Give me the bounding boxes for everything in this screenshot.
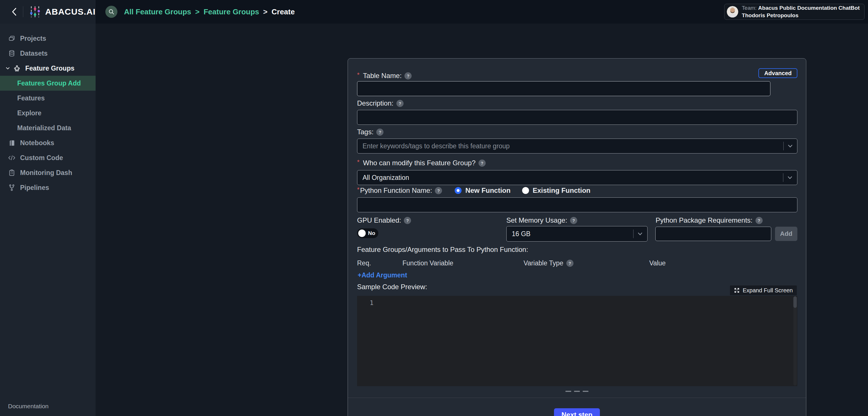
sidebar-item-label: Notebooks — [20, 139, 54, 147]
documentation-link[interactable]: Documentation — [8, 403, 49, 410]
search-icon — [108, 9, 115, 15]
team-name: Abacus Public Documentation ChatBot — [758, 5, 860, 11]
editor-resize-handle[interactable] — [348, 391, 806, 392]
feature-groups-icon — [13, 65, 21, 72]
breadcrumb-all-feature-groups[interactable]: All Feature Groups — [124, 7, 191, 17]
add-argument-link[interactable]: +Add Argument — [358, 271, 407, 279]
breadcrumb-feature-groups[interactable]: Feature Groups — [204, 7, 259, 17]
back-chevron-icon — [11, 7, 18, 17]
sidebar-item-label: Features — [17, 94, 45, 102]
radio-selected-icon — [455, 187, 462, 194]
radio-existing-function[interactable]: Existing Function — [522, 187, 590, 194]
sidebar-item-features-group-add[interactable]: Features Group Add — [0, 76, 96, 91]
gpu-toggle[interactable]: No — [357, 228, 378, 238]
tags-dropdown-suffix — [783, 138, 797, 154]
user-avatar — [727, 6, 738, 18]
sidebar-item-projects[interactable]: Projects — [0, 31, 96, 46]
sidebar-item-label: Projects — [20, 35, 46, 42]
tags-input[interactable] — [357, 138, 797, 154]
description-input[interactable] — [357, 110, 797, 125]
help-icon[interactable]: ? — [478, 160, 486, 167]
chevron-down-icon[interactable] — [5, 65, 11, 71]
package-requirements-input[interactable] — [655, 227, 771, 241]
datasets-icon — [8, 50, 16, 57]
projects-icon — [8, 35, 16, 42]
create-feature-group-form: Advanced * Table Name: ? Description: ? … — [348, 58, 806, 416]
help-icon[interactable]: ? — [755, 217, 763, 224]
chevron-down-icon — [787, 174, 793, 181]
abacus-logo-icon — [28, 5, 42, 19]
team-label: Team: — [742, 5, 756, 11]
top-bar: ABACUS.AI All Feature Groups > Feature G… — [0, 0, 868, 24]
advanced-button[interactable]: Advanced — [758, 68, 797, 78]
modify-label: * Who can modify this Feature Group? ? — [357, 158, 486, 167]
sidebar-nav: Projects Datasets Feature Groups Feature… — [0, 24, 96, 195]
abacus-feature-group-create-page: ABACUS.AI All Feature Groups > Feature G… — [0, 0, 868, 416]
radio-new-function[interactable]: New Function — [455, 187, 510, 194]
monitoring-icon — [8, 169, 16, 177]
back-button[interactable] — [10, 7, 19, 17]
sidebar-item-explore[interactable]: Explore — [0, 105, 96, 121]
expand-icon — [734, 287, 740, 293]
logo-text: ABACUS.AI — [45, 7, 96, 17]
required-asterisk: * — [357, 186, 360, 193]
team-selector[interactable]: Team: Abacus Public Documentation ChatBo… — [724, 4, 865, 20]
help-icon[interactable]: ? — [570, 217, 577, 224]
help-icon[interactable]: ? — [376, 129, 383, 136]
sidebar-item-label: Materialized Data — [17, 124, 71, 132]
help-icon[interactable]: ? — [404, 217, 411, 224]
toggle-knob — [358, 229, 366, 237]
notebooks-icon — [8, 139, 16, 147]
memory-usage-select[interactable]: 16 GB — [506, 226, 648, 242]
editor-scrollbar-thumb[interactable] — [794, 296, 797, 308]
breadcrumb-separator: > — [195, 7, 199, 17]
help-icon[interactable]: ? — [396, 100, 404, 107]
radio-unselected-icon — [522, 187, 529, 194]
sidebar-item-notebooks[interactable]: Notebooks — [0, 135, 96, 150]
sidebar-item-custom-code[interactable]: Custom Code — [0, 150, 96, 165]
user-name: Thodoris Petropoulos — [742, 12, 860, 19]
sidebar-item-label: Explore — [17, 109, 41, 117]
chevron-down-icon — [787, 143, 794, 149]
sidebar-item-materialized-data[interactable]: Materialized Data — [0, 121, 96, 135]
modify-select[interactable]: All Organization — [357, 170, 797, 185]
modify-dropdown-suffix — [783, 170, 797, 185]
main-content: Advanced * Table Name: ? Description: ? … — [96, 24, 868, 416]
sidebar: Projects Datasets Feature Groups Feature… — [0, 24, 96, 416]
table-name-input[interactable] — [357, 81, 770, 96]
column-header-variable-type: Variable Type ? — [524, 259, 574, 267]
code-line-number: 1 — [370, 299, 373, 307]
next-step-button[interactable]: Next step — [554, 408, 600, 416]
help-icon[interactable]: ? — [566, 260, 574, 267]
help-icon[interactable]: ? — [435, 187, 442, 194]
chevron-down-icon — [637, 231, 643, 237]
memory-dropdown-suffix — [633, 226, 647, 241]
code-editor[interactable]: 1 — [357, 296, 797, 386]
sidebar-item-label: Custom Code — [20, 154, 63, 162]
tags-select[interactable] — [357, 138, 797, 154]
python-function-name-input[interactable] — [357, 197, 797, 212]
modify-select-value: All Organization — [363, 174, 409, 182]
python-function-row: * Python Function Name: ? New Function E… — [357, 187, 590, 194]
package-requirements-label: Python Package Requirements: ? — [656, 216, 763, 225]
expand-full-screen-button[interactable]: Expand Full Screen — [730, 285, 797, 295]
sidebar-item-features[interactable]: Features — [0, 91, 96, 105]
sidebar-item-feature-groups[interactable]: Feature Groups — [0, 61, 96, 76]
code-preview-label: Sample Code Preview: — [357, 282, 427, 291]
memory-select-value: 16 GB — [512, 230, 530, 238]
breadcrumb: All Feature Groups > Feature Groups > Cr… — [124, 0, 295, 24]
column-header-req: Req. — [357, 259, 371, 267]
add-package-button[interactable]: Add — [775, 227, 797, 241]
abacus-logo[interactable]: ABACUS.AI — [28, 5, 96, 19]
search-button[interactable] — [105, 6, 117, 18]
sidebar-item-label: Datasets — [20, 50, 48, 57]
help-icon[interactable]: ? — [404, 72, 412, 79]
editor-scrollbar-track — [794, 296, 797, 386]
sidebar-item-datasets[interactable]: Datasets — [0, 46, 96, 61]
top-bar-left: ABACUS.AI — [0, 0, 96, 24]
sidebar-item-pipelines[interactable]: Pipelines — [0, 180, 96, 195]
sidebar-item-label: Pipelines — [20, 184, 49, 192]
breadcrumb-separator: > — [263, 7, 268, 17]
sidebar-item-monitoring-dash[interactable]: Monitoring Dash — [0, 165, 96, 180]
description-label: Description: ? — [357, 99, 404, 108]
